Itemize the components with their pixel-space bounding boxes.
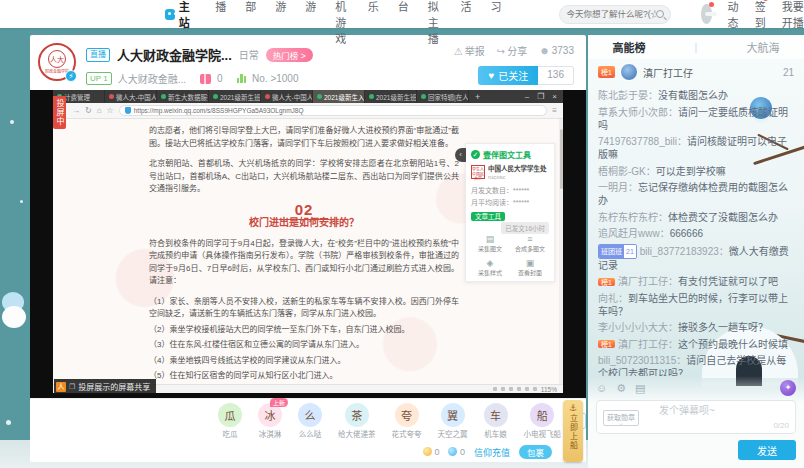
plugin-tool-button[interactable]: ▣查看封面 — [511, 258, 549, 277]
recharge-link[interactable]: 信仰充值 — [474, 446, 510, 459]
browser-tab[interactable]: 新生大数据服务·学 — [157, 90, 209, 103]
gift-count: 0 — [217, 73, 223, 84]
emoji-icon[interactable]: ☺ — [596, 382, 607, 394]
gift-item[interactable]: 冰 冰淇淋 上新 — [258, 403, 282, 439]
browser-toolbar: ← → ↻ ⌂ ☆ https://mp.weixin.qq.com/s/8SS… — [53, 103, 563, 119]
rank-1-badge: 榜1 — [598, 66, 615, 78]
nav-start-broadcast[interactable]: 我要开播 — [782, 0, 804, 30]
plugin-tool-button[interactable]: ◈采集样式 — [471, 258, 509, 277]
browser-menu-icon[interactable]: ≡ — [552, 106, 557, 115]
browser-tab[interactable]: 微人大-中国人民大学 — [261, 90, 313, 103]
chat-username[interactable]: 追风赶月www： — [598, 228, 670, 239]
nav-link[interactable]: 生活 — [460, 0, 471, 46]
search-input[interactable] — [566, 9, 656, 19]
sidebar-tabs: 高能榜 | 大航海 — [588, 35, 804, 59]
settings-gear-icon[interactable]: ⚙ — [616, 382, 626, 395]
tab-high-energy[interactable]: 高能榜 — [613, 39, 646, 55]
page-scrollbar[interactable] — [559, 119, 563, 384]
address-bar[interactable]: https://mp.weixin.qq.com/s/8SS9HGPYGa5A9… — [119, 105, 548, 116]
chat-username[interactable]: 李小小小小大大： — [598, 322, 678, 333]
browser-tab[interactable]: 微人大-中国人民大学 — [105, 90, 157, 103]
up-name[interactable]: 人大财政金融... — [118, 71, 186, 86]
forward-icon[interactable]: → — [72, 106, 80, 115]
chat-username[interactable]: 滇厂打工仔： — [618, 339, 678, 350]
danmaku-input-box[interactable]: 获取勋章 0/20 — [596, 400, 796, 434]
nav-main-site[interactable]: 主站 — [179, 0, 193, 30]
browser-tab[interactable]: 2021级新生班级群 — [365, 90, 417, 103]
bookmark-star-icon[interactable]: ☆ — [107, 106, 114, 115]
nav-link[interactable]: 网游 — [275, 0, 286, 46]
nav-link[interactable]: 全部 — [245, 0, 256, 46]
gift-item[interactable]: 么 么么哒 — [298, 403, 322, 439]
hot-rank-pill[interactable]: 热门榜 > — [266, 48, 313, 62]
gift-item[interactable]: 瓜 吃瓜 — [218, 403, 242, 439]
nav-link[interactable]: 单机游戏 — [335, 0, 349, 46]
window-close-icon[interactable]: × — [552, 92, 557, 101]
search-box[interactable] — [559, 5, 671, 24]
chat-username[interactable]: 陈北彭于晏： — [598, 90, 658, 101]
nav-link[interactable]: 学习 — [490, 0, 501, 46]
plugin-tool-button[interactable]: ≡合成多图文 — [511, 234, 549, 253]
chat-username[interactable]: 东柠东柠东柠： — [598, 212, 668, 223]
viewer-count: ☻3733 — [539, 45, 574, 56]
browser-tab[interactable]: 回家特辑|在人大等你 — [417, 90, 469, 103]
nav-link[interactable]: 电台 — [398, 0, 409, 46]
gift-count-icon — [200, 74, 211, 84]
chat-username[interactable]: 向礼： — [598, 293, 628, 304]
followed-button[interactable]: ♥已关注 — [478, 66, 538, 85]
nav-link[interactable]: 直播 — [215, 0, 226, 46]
home-icon[interactable]: ⌂ — [97, 106, 102, 115]
high-energy-rank-item[interactable]: 榜1 滇厂打工仔 21 — [588, 59, 804, 85]
board-ship-ribbon[interactable]: ⚓ 立即上船 — [563, 400, 583, 462]
browser-tab[interactable]: 2021级新生班级群 — [209, 90, 261, 103]
chat-username[interactable]: 74197637788_bili： — [598, 136, 687, 147]
panel-collapse-icon[interactable]: ‹ — [455, 148, 466, 162]
plugin-tool-button[interactable]: ▤采集图文 — [471, 234, 509, 253]
article-tools-badge[interactable]: 文章工具 — [471, 212, 505, 221]
get-medal-tag[interactable]: 获取勋章 — [603, 410, 639, 426]
chat-username[interactable]: 一明月： — [598, 182, 638, 193]
chat-username[interactable]: 梧桐影-GK： — [598, 166, 656, 177]
room-category[interactable]: 日常 — [239, 47, 259, 62]
chat-username[interactable]: 滇厂打工仔： — [618, 276, 678, 287]
danmaku-input[interactable] — [659, 405, 769, 416]
reload-icon[interactable]: ↻ — [85, 106, 92, 115]
interaction-orb-icon[interactable]: ✦ — [780, 380, 796, 396]
screen-icon: ❐ — [69, 383, 75, 391]
bilibili-tv-logo-icon[interactable] — [165, 9, 175, 20]
nav-link[interactable]: 娱乐 — [368, 0, 379, 46]
battery-balance: 0 — [448, 447, 465, 457]
gift-item[interactable]: 翼 天空之翼 — [438, 403, 468, 439]
danmaku-list[interactable]: 陈北彭于晏：没有截图怎么办 草系大师小次郎：请问一定要纸质核酸证明吗 74197… — [588, 85, 804, 376]
browser-tab[interactable]: 2021级新生入校预约 × — [313, 90, 365, 103]
gift-item[interactable]: 车 机车娘 — [484, 403, 508, 439]
page-zoom-level[interactable]: 115% — [541, 386, 557, 393]
article-list-item: （5）住在知行区宿舍的同学可从知行区小北门进入。 — [149, 370, 459, 383]
video-player[interactable]: 计费管理 微人大-中国人民大学 新生大数据服务·学 — [30, 90, 586, 398]
tab-fleet[interactable]: 大航海 — [746, 39, 779, 55]
nav-link[interactable]: 虚拟主播 — [428, 0, 442, 46]
chat-text: 接驳多久一趟车呀？ — [678, 322, 768, 333]
package-button[interactable]: 包裹 — [519, 445, 552, 459]
send-button[interactable]: 发送 — [738, 440, 796, 460]
chat-username[interactable]: bili_50723011315： — [598, 355, 686, 366]
chat-username[interactable]: 草系大师小次郎： — [598, 107, 678, 118]
nav-link[interactable]: 手游 — [305, 0, 316, 46]
user-avatar[interactable] — [701, 4, 711, 24]
search-icon[interactable] — [656, 10, 664, 18]
window-maximize-icon[interactable]: ❐ — [537, 92, 544, 101]
medal-card-icon[interactable]: ▤ — [635, 382, 645, 395]
nav-checkin[interactable]: 签到 — [755, 0, 766, 30]
chat-username[interactable]: bili_83772183923： — [640, 246, 729, 257]
gift-item[interactable]: 夸 花式夸夸 — [392, 403, 422, 439]
wallet-row: 0 0 信仰充值 包裹 — [30, 442, 586, 462]
window-minimize-icon[interactable]: – — [525, 92, 529, 101]
viewers-icon: ☻ — [539, 45, 550, 56]
gift-item[interactable]: 船 小电视飞船 — [524, 403, 562, 439]
streamer-avatar[interactable]: 人大 财政金融学院 ⚡ — [38, 43, 76, 81]
nav-dynamic[interactable]: 动态 — [728, 0, 739, 30]
gift-item[interactable]: 茶 给大佬递茶 — [338, 403, 376, 439]
tab-favicon — [265, 94, 270, 99]
chat-text: 有支付凭证就可以了吧 — [678, 276, 778, 287]
new-tab-button[interactable]: + — [469, 90, 486, 103]
